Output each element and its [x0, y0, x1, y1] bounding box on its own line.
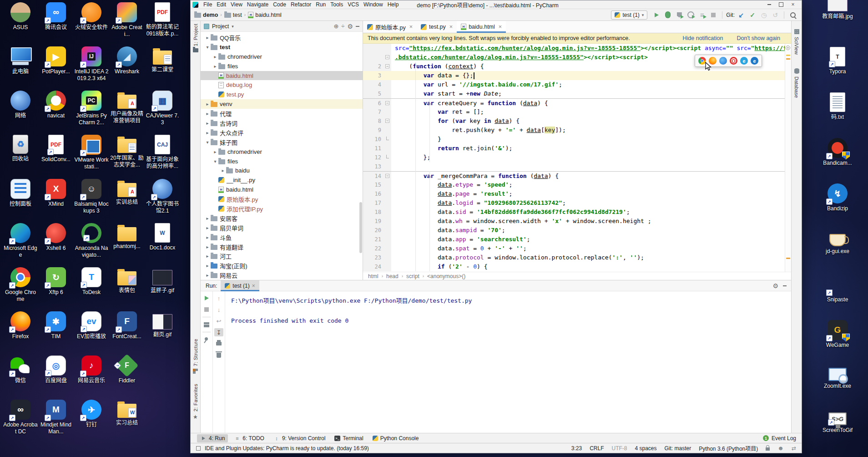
desktop-icon-asus[interactable]: ASUS — [10, 1, 30, 45]
desktop-icon-wegame[interactable]: GWeGame — [826, 319, 849, 364]
fold-gutter[interactable]: − — [384, 62, 391, 71]
run-tab[interactable]: test (1) × — [221, 280, 259, 291]
desktop-icon-digital-library[interactable]: 个人数字图书馆2.1 — [145, 178, 180, 222]
run-with-coverage-button[interactable] — [674, 10, 684, 20]
code-line[interactable]: 14− var _mergeCommPara = function (data)… — [363, 171, 785, 180]
chevron-down-icon[interactable]: ▾ — [212, 159, 218, 164]
desktop-icon-jd-gui[interactable]: jd-gui.exe — [826, 228, 849, 273]
desktop-icon-vmware-workstation[interactable]: VMware Workstati... — [74, 133, 109, 178]
menu-help[interactable]: Help — [385, 1, 401, 8]
gear-icon[interactable]: ⚙ — [772, 282, 778, 289]
desktop-icon-adobe-acrobat[interactable]: ∞Adobe Acrobat DC — [3, 398, 38, 442]
desktop-icon-recycle-bin[interactable]: ♻回收站 — [12, 133, 29, 178]
desktop-icon-microsoft-edge[interactable]: Microsoft Edge — [3, 222, 38, 266]
desktop-icon-user-profile-project-folder[interactable]: 用户画像及精准营销项目 — [110, 89, 144, 133]
collapse-all-icon[interactable]: ÷ — [341, 23, 344, 30]
desktop-icon-edu-mailbox-jpg[interactable]: 教育邮箱.jpg — [822, 0, 853, 46]
desktop-icon-second-classroom-folder[interactable]: 第二课堂 — [151, 45, 173, 89]
code-line[interactable]: 21 data.app = 'searchresult'; — [363, 235, 785, 244]
menu-vcs[interactable]: VCS — [345, 1, 361, 8]
toolwindow-button-todo[interactable]: ≡6: TODO — [231, 434, 267, 442]
tree-item[interactable]: test.py — [201, 90, 363, 99]
close-icon[interactable]: × — [409, 24, 413, 30]
fold-marker-icon[interactable]: − — [385, 55, 389, 59]
fold-gutter[interactable] — [384, 153, 391, 162]
code-line[interactable]: 24 if ('2' - 0) { — [363, 262, 785, 271]
fold-gutter[interactable]: − — [384, 172, 391, 180]
pin-tab-icon[interactable] — [202, 335, 211, 344]
desktop-icon-navicat[interactable]: navicat — [46, 89, 66, 133]
menu-code[interactable]: Code — [271, 1, 288, 8]
desktop-icon-caj-paper[interactable]: CAJ基于面向对象的高分辨率... — [145, 133, 180, 178]
toolwindow-button-terminal[interactable]: Terminal — [331, 434, 366, 442]
fold-marker-icon[interactable]: − — [385, 119, 389, 123]
code-line[interactable]: 18 data.sid = '14bf82dd68ffa9dde366f7fcf… — [363, 208, 785, 217]
fold-gutter[interactable]: − — [384, 99, 391, 107]
menu-window[interactable]: Window — [361, 1, 385, 8]
toolwindow-button-run[interactable]: 4: Run — [197, 434, 228, 442]
desktop-icon-xmind[interactable]: XXMind — [46, 178, 66, 222]
code-line[interactable]: 12 }; — [363, 153, 785, 162]
run-button[interactable] — [651, 10, 661, 20]
code-line[interactable]: 23 data.protocol = window.location.proto… — [363, 253, 785, 262]
desktop-icon-zoomit[interactable]: ZoomIt.exe — [824, 364, 851, 410]
desktop-icon-solidconverter[interactable]: PDFSolidConv... — [41, 133, 71, 178]
chevron-down-icon[interactable]: ▾ — [204, 140, 211, 145]
desktop-icon-intellij-idea[interactable]: IJIntelliJ IDEA 2019.2.3 x64 — [74, 45, 109, 89]
soft-wrap-icon[interactable]: ↩ — [214, 317, 223, 325]
desktop-icon-potplayer[interactable]: ▶PotPlayer... — [42, 45, 70, 89]
tree-item[interactable]: baidu.html — [201, 71, 363, 81]
run-console-output[interactable]: F:\Python项目\venv\Scripts\python.exe F:/P… — [225, 291, 791, 433]
desktop-icon-dingtalk[interactable]: ✈钉钉 — [81, 398, 101, 442]
status-item[interactable]: UTF-8 — [611, 445, 627, 452]
tree-item[interactable]: ▸河工 — [201, 251, 363, 261]
status-item[interactable]: Python 3.6 (Python项目) — [699, 444, 758, 452]
editor-error-stripe[interactable] — [785, 44, 791, 272]
toolwindow-button-database[interactable]: Database — [794, 68, 799, 98]
restore-layout-icon[interactable] — [202, 320, 211, 329]
chevron-right-icon[interactable]: ▸ — [212, 64, 218, 69]
desktop-icon-firefox[interactable]: Firefox — [10, 310, 30, 354]
desktop-icon-anaconda-navigator[interactable]: Anaconda Navigato... — [74, 222, 109, 266]
run-anything-button[interactable] — [697, 10, 707, 20]
inspections-indicator-icon[interactable] — [786, 46, 790, 50]
tree-item[interactable]: ▸chromedriver — [201, 52, 363, 61]
close-button[interactable]: × — [787, 1, 799, 8]
event-log-button[interactable]: 1Event Log — [763, 435, 798, 442]
chevron-right-icon[interactable]: ▸ — [204, 130, 211, 135]
code-line[interactable]: 4 var url = '//imgstat.baidu.com/17.gif'… — [363, 80, 785, 89]
hide-panel-icon[interactable] — [783, 285, 787, 286]
chevron-right-icon[interactable]: ▸ — [204, 273, 211, 278]
desktop-icon-screentogif[interactable]: S>GScreenToGif — [823, 410, 853, 455]
tree-item[interactable]: ▸baidu — [201, 166, 363, 175]
maximize-button[interactable] — [775, 1, 787, 8]
git-rollback-icon[interactable]: ↺ — [770, 10, 780, 20]
chevron-right-icon[interactable]: ▸ — [212, 149, 218, 154]
chevron-right-icon[interactable]: ▸ — [204, 244, 211, 249]
code-line[interactable]: 15 data.etype = 'speed'; — [363, 180, 785, 189]
desktop-icon-google-chrome[interactable]: Google Chrome — [3, 266, 38, 310]
menu-view[interactable]: View — [228, 1, 245, 8]
status-item[interactable]: Git: master — [665, 445, 691, 452]
desktop-icon-typora[interactable]: TTypora — [829, 46, 846, 91]
code-line[interactable]: 8− for (var key in data) { — [363, 117, 785, 126]
opera-browser-icon[interactable]: O — [730, 57, 737, 65]
tree-item[interactable]: ▾test — [201, 42, 363, 52]
edge-browser-icon[interactable]: e — [751, 57, 758, 65]
desktop-icon-ev-player[interactable]: evEV加密播放 — [77, 310, 106, 354]
tree-item[interactable]: ▸淘宝(正则) — [201, 261, 363, 270]
desktop-icon-flip-gif[interactable]: 翻页.gif — [152, 310, 172, 354]
desktop-icon-doc1[interactable]: WDoc1.docx — [150, 222, 176, 266]
menu-run[interactable]: Run — [313, 1, 328, 8]
tree-item[interactable]: __init__.py — [201, 175, 363, 185]
tree-item[interactable]: ▾files — [201, 157, 363, 166]
desktop-icon-training-summary-folder[interactable]: 实训总结 — [116, 178, 138, 222]
close-icon[interactable]: × — [499, 24, 502, 30]
tree-item[interactable]: ▸chromedriver — [201, 147, 363, 157]
editor-breadcrumb-item[interactable]: <anonymous>() — [427, 273, 465, 279]
code-line[interactable]: 22 data.spat = 0 + '-' + ''; — [363, 244, 785, 253]
desktop-icon-pdf-algorithm-notes[interactable]: PDF鲂的算法笔记0918版本.p... — [145, 1, 180, 45]
chevron-right-icon[interactable]: ▸ — [204, 111, 211, 116]
ie-browser-icon[interactable]: e — [740, 57, 748, 65]
tree-item[interactable]: ▸QQ音乐 — [201, 33, 363, 42]
